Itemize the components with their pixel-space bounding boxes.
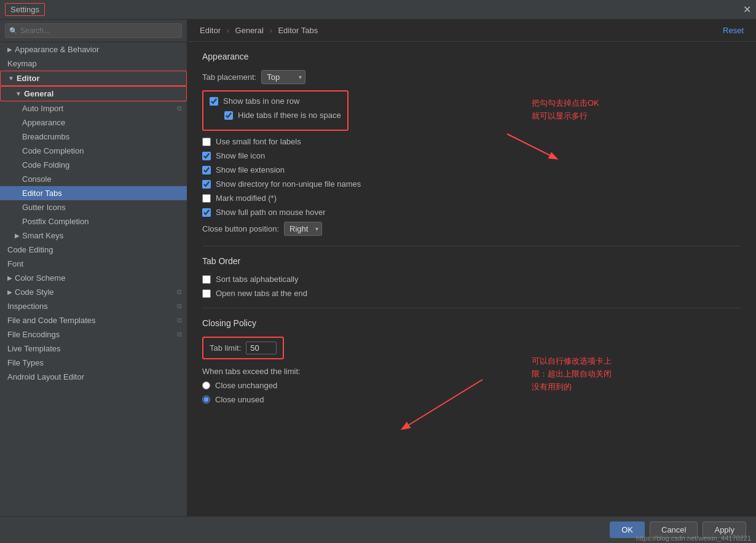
tabs-highlight-box: Show tabs in one row Hide tabs if there … — [202, 90, 348, 131]
show-file-ext-checkbox[interactable] — [202, 166, 211, 174]
breadcrumb: Editor › General › Editor Tabs — [200, 26, 318, 35]
annotation-text-2: 可以自行修改选项卡上 限：超出上限自动关闭 没有用到的 — [532, 355, 612, 393]
sort-alpha-label: Sort tabs alphabetically — [216, 275, 298, 284]
hide-tabs-checkbox[interactable] — [224, 111, 233, 120]
show-tabs-checkbox[interactable] — [210, 97, 218, 106]
sidebar-item-file-encodings[interactable]: File Encodings ⧉ — [0, 327, 187, 342]
close-unchanged-radio[interactable] — [202, 381, 210, 389]
triangle-icon-editor: ▼ — [8, 75, 14, 82]
search-wrap: 🔍 — [5, 23, 182, 38]
sidebar-item-editor-tabs[interactable]: Editor Tabs — [0, 186, 187, 200]
show-file-ext-row: Show file extension — [202, 165, 741, 174]
show-file-icon-row: Show file icon — [202, 151, 741, 160]
sidebar-item-code-editing[interactable]: Code Editing — [0, 243, 187, 257]
sidebar-item-file-code-templates[interactable]: File and Code Templates ⧉ — [0, 313, 187, 327]
sidebar: 🔍 ▶ Appearance & Behavior Keymap ▼ Edito… — [0, 20, 187, 516]
show-directory-row: Show directory for non-unique file names — [202, 179, 741, 189]
sort-alpha-checkbox[interactable] — [202, 275, 211, 284]
sep2: › — [269, 26, 272, 35]
content-header: Editor › General › Editor Tabs Reset — [187, 20, 756, 42]
main-layout: 🔍 ▶ Appearance & Behavior Keymap ▼ Edito… — [0, 20, 756, 516]
show-full-path-label: Show full path on mouse hover — [216, 208, 326, 217]
close-button-select[interactable]: Right Left None — [284, 222, 322, 236]
show-file-ext-label: Show file extension — [216, 165, 285, 174]
sidebar-item-live-templates[interactable]: Live Templates — [0, 342, 187, 356]
tab-limit-input[interactable] — [246, 342, 277, 354]
open-new-tabs-checkbox[interactable] — [202, 289, 211, 298]
watermark: https://blog.csdn.net/weixin_44170221 — [636, 534, 751, 542]
sidebar-item-smart-keys[interactable]: ▶ Smart Keys — [0, 229, 187, 243]
sidebar-item-color-scheme[interactable]: ▶ Color Scheme — [0, 271, 187, 285]
search-icon: 🔍 — [9, 27, 18, 35]
show-full-path-row: Show full path on mouse hover — [202, 208, 741, 217]
triangle-icon-general: ▼ — [15, 90, 22, 97]
sidebar-item-auto-import[interactable]: Auto Import ⧉ — [0, 101, 187, 115]
use-small-font-row: Use small font for labels — [202, 137, 741, 146]
closing-policy-title: Closing Policy — [202, 318, 741, 328]
tab-placement-select[interactable]: Top Bottom Left Right None — [261, 70, 305, 84]
copy-icon-3: ⧉ — [177, 302, 182, 310]
close-unused-label: Close unused — [215, 395, 264, 404]
open-new-tabs-row: Open new tabs at the end — [202, 289, 741, 298]
sidebar-item-console[interactable]: Console — [0, 172, 187, 186]
sidebar-item-postfix-completion[interactable]: Postfix Completion — [0, 214, 187, 229]
show-directory-label: Show directory for non-unique file names — [216, 179, 361, 189]
close-button[interactable]: ✕ — [743, 4, 751, 15]
copy-icon-4: ⧉ — [177, 316, 182, 324]
sidebar-item-breadcrumbs[interactable]: Breadcrumbs — [0, 130, 187, 144]
sidebar-item-code-style[interactable]: ▶ Code Style ⧉ — [0, 285, 187, 299]
triangle-icon: ▶ — [7, 46, 12, 53]
breadcrumb-editor-tabs: Editor Tabs — [278, 26, 318, 35]
triangle-icon-codestyle: ▶ — [7, 289, 12, 295]
triangle-icon-color: ▶ — [7, 275, 12, 281]
sidebar-item-file-types[interactable]: File Types — [0, 356, 187, 370]
show-full-path-checkbox[interactable] — [202, 208, 211, 217]
breadcrumb-general: General — [235, 26, 264, 35]
show-directory-checkbox[interactable] — [202, 180, 211, 189]
sidebar-item-appearance-behavior[interactable]: ▶ Appearance & Behavior — [0, 42, 187, 57]
close-button-row: Close button position: Right Left None — [202, 222, 741, 236]
content-area: Editor › General › Editor Tabs Reset App… — [187, 20, 756, 516]
mark-modified-label: Mark modified (*) — [216, 193, 277, 203]
use-small-font-checkbox[interactable] — [202, 138, 211, 146]
sort-alpha-row: Sort tabs alphabetically — [202, 275, 741, 284]
tab-limit-box: Tab limit: — [202, 337, 284, 359]
use-small-font-label: Use small font for labels — [216, 137, 301, 146]
sidebar-item-font[interactable]: Font — [0, 257, 187, 271]
sidebar-item-keymap[interactable]: Keymap — [0, 57, 187, 71]
content-scroll: Appearance Tab placement: Top Bottom Lef… — [187, 42, 756, 516]
annotation-text-1: 把勾勾去掉点击OK 就可以显示多行 — [532, 97, 599, 123]
close-unused-radio[interactable] — [202, 396, 210, 404]
appearance-section-title: Appearance — [202, 52, 741, 61]
tab-placement-row: Tab placement: Top Bottom Left Right Non… — [202, 70, 741, 84]
breadcrumb-editor: Editor — [200, 26, 221, 35]
tab-limit-label: Tab limit: — [210, 343, 241, 353]
sidebar-item-editor[interactable]: ▼ Editor — [0, 71, 187, 86]
close-unchanged-label: Close unchanged — [215, 381, 277, 390]
show-file-icon-checkbox[interactable] — [202, 152, 211, 160]
tab-order-title: Tab Order — [202, 256, 741, 266]
when-exceed-label: When tabs exceed the limit: — [202, 367, 741, 376]
tab-limit-row: Tab limit: — [210, 342, 277, 354]
mark-modified-row: Mark modified (*) — [202, 193, 741, 203]
show-tabs-one-row-row: Show tabs in one row — [210, 96, 341, 106]
reset-button[interactable]: Reset — [723, 26, 744, 35]
sidebar-item-android-layout[interactable]: Android Layout Editor — [0, 370, 187, 384]
mark-modified-checkbox[interactable] — [202, 194, 211, 203]
search-input[interactable] — [5, 23, 182, 38]
sidebar-item-gutter-icons[interactable]: Gutter Icons — [0, 200, 187, 214]
sidebar-scroll: ▶ Appearance & Behavior Keymap ▼ Editor … — [0, 42, 187, 516]
copy-icon-2: ⧉ — [177, 288, 182, 296]
sidebar-item-code-folding[interactable]: Code Folding — [0, 158, 187, 172]
sidebar-item-general[interactable]: ▼ General — [0, 86, 187, 101]
close-unused-row: Close unused — [202, 395, 741, 404]
tab-placement-select-wrap: Top Bottom Left Right None — [261, 70, 305, 84]
close-button-select-wrap: Right Left None — [284, 222, 322, 236]
open-new-tabs-label: Open new tabs at the end — [216, 289, 307, 298]
close-unchanged-row: Close unchanged — [202, 381, 741, 390]
show-file-icon-label: Show file icon — [216, 151, 265, 160]
sidebar-item-appearance[interactable]: Appearance — [0, 115, 187, 130]
sidebar-item-code-completion[interactable]: Code Completion — [0, 144, 187, 158]
triangle-icon-smart: ▶ — [15, 232, 20, 239]
sidebar-item-inspections[interactable]: Inspections ⧉ — [0, 299, 187, 313]
